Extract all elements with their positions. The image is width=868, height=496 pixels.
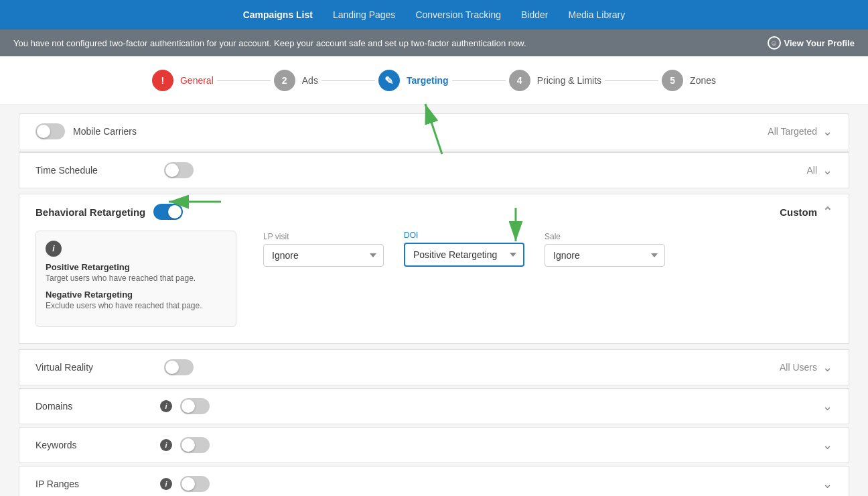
step-pricing[interactable]: 4 Pricing & Limits [509, 70, 601, 91]
step-connector-3 [452, 80, 506, 81]
step-connector-4 [605, 80, 658, 81]
mobile-carriers-toggle[interactable] [35, 123, 65, 139]
behavioral-retargeting-section: Behavioral Retargeting Custom ⌃ i Positi… [19, 194, 849, 344]
positive-retargeting-desc: Target users who have reached that page. [46, 273, 226, 283]
doi-group: DOI Ignore Positive Retargeting Negative… [404, 231, 524, 267]
doi-label: DOI [404, 231, 524, 240]
tooltip-info-icon: i [46, 241, 62, 257]
view-profile-link[interactable]: ☺ View Your Profile [768, 36, 855, 50]
step-5-label: Zones [690, 75, 716, 86]
step-connector-1 [217, 80, 271, 81]
keywords-chevron[interactable]: ⌄ [822, 438, 833, 452]
sale-label: Sale [545, 232, 665, 241]
keywords-chevron-container: ⌄ [822, 438, 833, 452]
step-ads[interactable]: 2 Ads [274, 70, 318, 91]
mobile-carriers-label: Mobile Carriers [73, 126, 194, 137]
step-4-label: Pricing & Limits [537, 75, 601, 86]
ip-ranges-chevron-container: ⌄ [822, 477, 833, 491]
main-content: Mobile Carriers All Targeted ⌄ Time Sche… [0, 113, 868, 496]
virtual-reality-toggle[interactable] [164, 359, 194, 375]
virtual-reality-label: Virtual Reality [35, 362, 156, 373]
behavioral-retargeting-title: Behavioral Retargeting [35, 206, 145, 218]
behavioral-collapse-icon[interactable]: ⌃ [822, 204, 833, 219]
doi-select[interactable]: Ignore Positive Retargeting Negative Ret… [404, 243, 524, 267]
domains-info-icon: i [160, 400, 172, 412]
step-general[interactable]: ! General [152, 70, 214, 91]
lp-visit-label: LP visit [263, 232, 384, 241]
nav-landing-pages[interactable]: Landing Pages [333, 9, 395, 20]
step-5-circle: 5 [662, 70, 683, 91]
time-schedule-row: Time Schedule All ⌄ [19, 152, 849, 188]
step-2-label: Ads [302, 75, 318, 86]
keywords-info-icon: i [160, 439, 172, 451]
behavioral-body: i Positive Retargeting Target users who … [35, 231, 833, 327]
ip-ranges-label: IP Ranges [35, 479, 156, 489]
nav-bidder[interactable]: Bidder [521, 9, 548, 20]
sale-group: Sale Ignore Positive Retargeting Negativ… [545, 232, 665, 267]
step-3-circle: ✎ [378, 70, 400, 91]
step-1-label: General [180, 75, 214, 86]
keywords-label: Keywords [35, 440, 156, 450]
behavioral-header: Behavioral Retargeting Custom ⌃ [35, 204, 833, 220]
ip-ranges-info-icon: i [160, 478, 172, 490]
behavioral-retargeting-value: Custom ⌃ [780, 204, 833, 219]
behavioral-retargeting-toggle[interactable] [153, 204, 183, 220]
domains-label: Domains [35, 401, 156, 412]
mobile-carriers-row: Mobile Carriers All Targeted ⌄ [19, 113, 849, 149]
negative-retargeting-title: Negative Retargeting [46, 290, 226, 300]
step-2-circle: 2 [274, 70, 295, 91]
step-1-circle: ! [152, 70, 173, 91]
mobile-carriers-chevron[interactable]: ⌄ [822, 124, 833, 139]
stepper: ! General 2 Ads ✎ Targeting 4 Pricing & … [0, 56, 868, 105]
time-schedule-label: Time Schedule [35, 165, 156, 176]
ip-ranges-chevron[interactable]: ⌄ [822, 477, 833, 491]
retargeting-dropdowns: LP visit Ignore Positive Retargeting Neg… [263, 231, 833, 267]
time-schedule-chevron[interactable]: ⌄ [822, 163, 833, 178]
virtual-reality-row: Virtual Reality All Users ⌄ [19, 349, 849, 385]
ip-ranges-row: IP Ranges i ⌄ [19, 466, 849, 496]
alert-bar: You have not configured two-factor authe… [0, 29, 868, 56]
user-icon: ☺ [768, 36, 781, 50]
keywords-toggle[interactable] [180, 437, 210, 453]
behavioral-value-label: Custom [780, 206, 817, 218]
profile-link-label: View Your Profile [784, 38, 855, 48]
step-connector-2 [321, 80, 375, 81]
domains-chevron-container: ⌄ [822, 399, 833, 414]
ip-ranges-toggle[interactable] [180, 476, 210, 492]
step-4-circle: 4 [509, 70, 530, 91]
step-zones[interactable]: 5 Zones [662, 70, 716, 91]
keywords-row: Keywords i ⌄ [19, 427, 849, 463]
domains-chevron[interactable]: ⌄ [822, 399, 833, 414]
nav-media-library[interactable]: Media Library [568, 9, 625, 20]
nav-campaigns-list[interactable]: Campaigns List [243, 9, 313, 20]
lp-visit-group: LP visit Ignore Positive Retargeting Neg… [263, 232, 384, 267]
virtual-reality-value: All Users ⌄ [780, 360, 833, 375]
negative-retargeting-desc: Exclude users who have reached that page… [46, 301, 226, 310]
mobile-carriers-value: All Targeted ⌄ [768, 124, 833, 139]
virtual-reality-chevron[interactable]: ⌄ [822, 360, 833, 375]
time-schedule-value: All ⌄ [806, 163, 833, 178]
domains-row: Domains i ⌄ [19, 388, 849, 424]
retargeting-tooltip-box: i Positive Retargeting Target users who … [35, 231, 236, 327]
top-navigation: Campaigns List Landing Pages Conversion … [0, 0, 868, 29]
step-3-label: Targeting [407, 75, 449, 86]
domains-toggle[interactable] [180, 398, 210, 414]
positive-retargeting-title: Positive Retargeting [46, 262, 226, 272]
nav-conversion-tracking[interactable]: Conversion Tracking [415, 9, 501, 20]
lp-visit-select[interactable]: Ignore Positive Retargeting Negative Ret… [263, 244, 384, 267]
alert-message: You have not configured two-factor authe… [13, 38, 526, 48]
step-targeting[interactable]: ✎ Targeting [378, 70, 449, 91]
time-schedule-toggle[interactable] [164, 162, 194, 178]
sale-select[interactable]: Ignore Positive Retargeting Negative Ret… [545, 244, 665, 267]
